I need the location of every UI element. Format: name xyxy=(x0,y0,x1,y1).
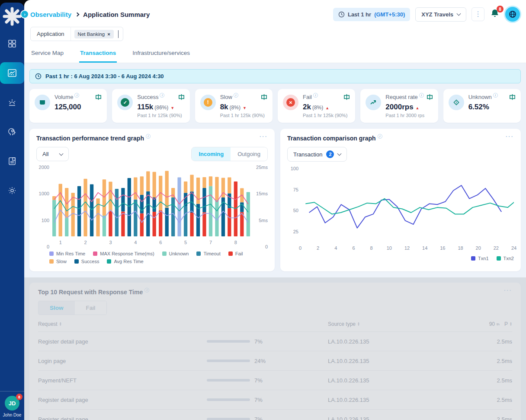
bar-segment-fa xyxy=(140,213,144,236)
tab-service-map[interactable]: Service Map xyxy=(30,45,64,63)
profile-globe-button[interactable] xyxy=(505,7,520,22)
sidebar-item-analytics[interactable] xyxy=(0,62,24,84)
info-icon[interactable]: i xyxy=(146,134,151,139)
trend-bar-chart[interactable] xyxy=(51,167,251,236)
sidebar: JD 8 John Doe xyxy=(0,0,24,420)
avatar[interactable]: JD 8 xyxy=(5,396,19,410)
table-row[interactable]: Payment/NEFT 7% LA.10.0.226.135 2.5ms xyxy=(38,370,512,390)
info-icon[interactable]: i xyxy=(313,93,318,98)
request-name: Register detail page xyxy=(38,416,207,420)
info-icon[interactable]: i xyxy=(144,288,149,293)
toggle-outgoing[interactable]: Outgoing xyxy=(231,147,267,161)
bar-segment-ti xyxy=(115,189,119,236)
filter-caret[interactable] xyxy=(117,30,123,38)
top-bar: Observability Application Summary Last 1… xyxy=(24,0,526,26)
sort-icon[interactable]: ▲▼ xyxy=(59,322,62,326)
info-icon[interactable]: i xyxy=(493,93,498,98)
filter-chip-net-banking[interactable]: Net Banking × xyxy=(74,30,114,38)
bar-segment-su xyxy=(121,188,125,212)
table-row[interactable]: Register detail page 7% LA.10.0.226.135 … xyxy=(38,409,512,420)
compare-icon[interactable] xyxy=(261,94,267,102)
tab-infrastructure-services[interactable]: Infrastructure/services xyxy=(132,45,191,63)
info-icon[interactable]: i xyxy=(234,93,238,98)
sidebar-item-settings[interactable] xyxy=(0,180,24,201)
chevron-right-icon: › xyxy=(24,12,26,17)
legend-item[interactable]: Success xyxy=(74,259,99,264)
sidebar-item-reports[interactable] xyxy=(0,150,24,172)
compare-icon[interactable] xyxy=(509,94,516,102)
kpi-subtitle: Past 1 hr 3000 rps xyxy=(385,113,433,118)
sort-icon[interactable]: ▲▼ xyxy=(357,322,360,326)
card-menu-icon[interactable]: ··· xyxy=(506,135,514,138)
kpi-card-unknown: ? Unknown i 6.52% xyxy=(443,89,521,123)
table-tab-fail[interactable]: Fail xyxy=(75,301,107,315)
legend-item[interactable]: Txn1 xyxy=(471,256,488,261)
filter-label: Application xyxy=(31,27,71,41)
notifications-button[interactable]: 8 xyxy=(490,8,500,20)
breadcrumb-chevron-icon xyxy=(75,12,80,16)
table-row[interactable]: Register detail page 7% LA.10.0.226.135 … xyxy=(38,331,512,351)
breadcrumb-parent-link[interactable]: Observability xyxy=(30,11,71,18)
sidebar-item-apps[interactable] xyxy=(0,33,24,54)
legend-item[interactable]: Fail xyxy=(228,251,243,256)
bar-segment-su xyxy=(128,178,131,236)
chip-close-icon[interactable]: × xyxy=(107,32,110,37)
org-selector[interactable]: XYZ Travels xyxy=(415,7,466,22)
table-row[interactable]: Login page 24% LA.10.0.226.135 2.5ms xyxy=(38,351,512,370)
legend-item[interactable]: Unknown xyxy=(162,251,189,256)
table-row[interactable]: Register detail page 7% LA.10.0.226.135 … xyxy=(38,390,512,409)
info-icon[interactable]: i xyxy=(419,93,424,98)
request-rate-icon xyxy=(366,95,381,110)
trend-filter-value: All xyxy=(42,151,48,157)
legend-swatch xyxy=(228,251,233,256)
compare-icon[interactable] xyxy=(178,94,185,102)
trend-plot: 200010001000 12346578 25ms15ms5ms0 xyxy=(36,167,268,247)
time-range-picker[interactable]: Last 1 hr (GMT+5:30) xyxy=(333,8,410,21)
bar-segment-sl xyxy=(202,177,206,188)
column-request[interactable]: Request ▲▼ xyxy=(38,321,207,327)
legend-item[interactable]: Min Res Time xyxy=(49,251,85,256)
chevron-down-icon xyxy=(118,30,119,38)
legend-item[interactable]: Txn2 xyxy=(497,256,514,261)
bar-segment-un xyxy=(52,200,56,236)
tab-transactions[interactable]: Transactions xyxy=(79,45,117,63)
column-90th-percentile[interactable]: 90th P ▲▼ xyxy=(469,321,512,327)
info-icon[interactable]: i xyxy=(160,93,164,98)
info-icon[interactable]: i xyxy=(74,93,79,98)
txn1-line xyxy=(309,185,502,228)
more-options-button[interactable]: ··· xyxy=(471,7,484,21)
legend-item[interactable]: Avg Res Time xyxy=(107,259,143,264)
table-tab-slow[interactable]: Slow xyxy=(38,301,75,315)
card-menu-icon[interactable]: ··· xyxy=(504,289,512,292)
kpi-card-fail: ✕ Fail i 2k (8%) ▲ xyxy=(278,89,355,123)
compare-icon[interactable] xyxy=(343,94,350,102)
sidebar-item-ai-insights[interactable] xyxy=(0,121,24,143)
bar-segment-sl xyxy=(190,175,193,192)
legend-item[interactable]: Timeout xyxy=(196,251,220,256)
column-source-type[interactable]: Source type ▲▼ xyxy=(328,321,469,327)
compare-icon[interactable] xyxy=(427,94,433,102)
sidebar-collapse-button[interactable]: › xyxy=(20,10,29,19)
bar-segment-fa xyxy=(109,211,112,236)
toggle-incoming[interactable]: Incoming xyxy=(192,147,231,161)
comparison-line-chart[interactable] xyxy=(300,169,514,242)
sidebar-user[interactable]: JD 8 John Doe xyxy=(0,391,24,417)
trend-filter-select[interactable]: All xyxy=(36,147,69,161)
sort-icon[interactable]: ▲▼ xyxy=(510,322,512,326)
transaction-select[interactable]: Transaction 2 xyxy=(287,147,347,162)
application-filter[interactable]: Application Net Banking × xyxy=(30,27,123,41)
bar-segment-fa xyxy=(202,212,206,236)
max-line xyxy=(54,190,248,204)
sidebar-item-alerts[interactable] xyxy=(0,92,24,113)
table-header: Request ▲▼ Source type ▲▼ 90th P ▲▼ xyxy=(38,315,512,331)
trend-down-icon: ▼ xyxy=(243,106,247,110)
sidebar-nav xyxy=(0,33,24,201)
info-icon[interactable]: i xyxy=(378,134,382,139)
bar-segment-un xyxy=(247,192,250,237)
legend-item[interactable]: MAX Response Time(ms) xyxy=(93,251,154,256)
kpi-title: Request rate xyxy=(385,94,417,100)
card-menu-icon[interactable]: ··· xyxy=(260,135,268,138)
legend-item[interactable]: Slow xyxy=(49,259,67,264)
compare-icon[interactable] xyxy=(95,94,102,102)
kpi-title: Slow xyxy=(220,94,232,100)
